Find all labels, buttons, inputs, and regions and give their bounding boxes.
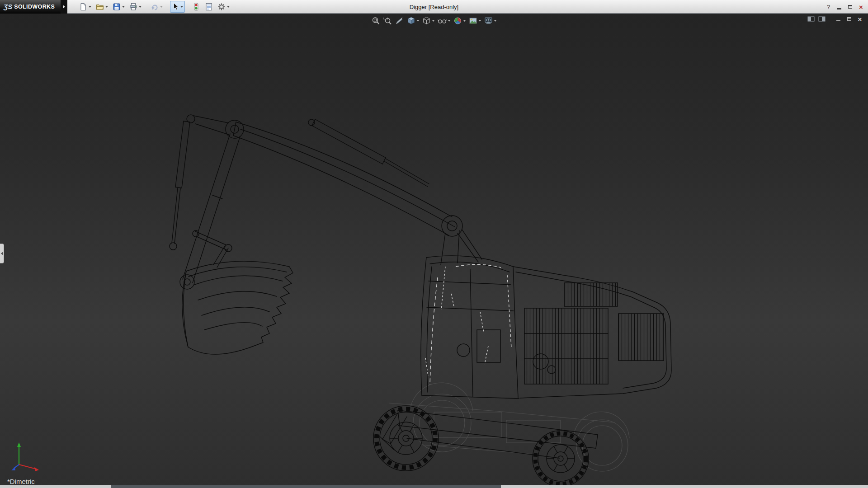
zoom-to-area-icon <box>383 16 392 25</box>
document-restore-button[interactable] <box>844 15 854 23</box>
options-gear-icon <box>217 3 226 11</box>
scene-landscape-icon <box>469 16 478 25</box>
apply-scene-button[interactable] <box>468 15 482 27</box>
solidworks-window: ƷS SOLIDWORKS <box>0 0 868 488</box>
hide-show-items-button[interactable] <box>437 15 452 27</box>
undo-button[interactable] <box>149 1 165 13</box>
view-orientation-button[interactable] <box>406 15 420 27</box>
save-floppy-icon <box>113 3 121 11</box>
zoom-to-fit-button[interactable] <box>371 15 382 27</box>
document-close-button[interactable]: × <box>855 15 864 23</box>
appearance-sphere-icon <box>453 16 462 25</box>
document-window-controls: × <box>807 15 864 23</box>
dropdown-caret <box>494 20 497 22</box>
select-cursor-icon <box>172 3 179 11</box>
dropdown-caret <box>139 6 142 8</box>
orientation-triad[interactable] <box>10 440 48 475</box>
dropdown-caret <box>89 6 91 8</box>
triad-y-axis <box>17 442 21 447</box>
close-button[interactable]: × <box>856 3 866 11</box>
standard-toolbar <box>77 1 231 13</box>
new-document-button[interactable] <box>77 1 93 13</box>
digger-bucket <box>182 261 293 354</box>
display-style-wireframe-icon <box>422 16 431 25</box>
dropdown-caret <box>448 20 451 22</box>
display-style-button[interactable] <box>421 15 436 27</box>
window-title: Digger [Read-only] <box>410 3 458 10</box>
view-settings-button[interactable] <box>483 15 498 27</box>
dropdown-caret <box>432 20 435 22</box>
digger-body <box>513 267 671 398</box>
horizontal-scrollbar[interactable] <box>0 485 868 488</box>
restore-button[interactable] <box>845 3 855 11</box>
digger-wheels <box>373 406 589 487</box>
minimize-button[interactable] <box>835 3 844 11</box>
restore-icon <box>847 17 851 21</box>
close-icon: × <box>859 3 863 11</box>
save-button[interactable] <box>111 1 127 13</box>
close-icon: × <box>858 15 862 23</box>
view-settings-icon <box>484 16 493 25</box>
headsup-view-toolbar <box>371 15 498 27</box>
dassault-3ds-logo-icon: ƷS <box>4 3 12 10</box>
view-orientation-label: *Dimetric <box>7 478 35 485</box>
menu-expand-button[interactable] <box>61 0 67 14</box>
printer-icon <box>129 3 137 11</box>
dropdown-caret <box>227 6 230 8</box>
digger-wireframe-model[interactable] <box>0 14 868 488</box>
dropdown-caret <box>463 20 466 22</box>
pane-left-toggle-button[interactable] <box>807 15 816 23</box>
left-arrow-icon <box>1 252 3 255</box>
eyeglasses-icon <box>438 16 447 25</box>
pane-left-icon <box>807 15 815 23</box>
help-button[interactable]: ? <box>824 3 833 11</box>
options-button[interactable] <box>216 1 231 13</box>
featuremanager-collapsed-tab[interactable] <box>0 244 4 263</box>
triad-x-axis <box>34 467 39 471</box>
rebuild-trafficlight-icon <box>192 3 200 11</box>
section-view-button[interactable] <box>394 15 405 27</box>
pane-right-toggle-button[interactable] <box>817 15 826 23</box>
restore-icon <box>848 5 852 9</box>
file-properties-icon <box>205 3 213 11</box>
digger-cab <box>421 256 519 399</box>
graphics-viewport[interactable]: × *Dimetric <box>0 14 868 488</box>
print-button[interactable] <box>127 1 143 13</box>
open-button[interactable] <box>94 1 110 13</box>
brand-name: SOLIDWORKS <box>14 4 55 10</box>
dropdown-caret <box>105 6 108 8</box>
view-orientation-cube-icon <box>407 16 416 25</box>
open-folder-icon <box>96 3 104 11</box>
dropdown-caret <box>160 6 163 8</box>
horizontal-scrollbar-thumb[interactable] <box>111 485 501 488</box>
undo-arrow-icon <box>151 3 159 11</box>
rebuild-button[interactable] <box>190 1 202 13</box>
pane-right-icon <box>818 15 826 23</box>
right-arrow-icon <box>63 5 65 9</box>
dropdown-caret <box>180 6 183 8</box>
document-minimize-button[interactable] <box>834 15 843 23</box>
file-properties-button[interactable] <box>203 1 215 13</box>
new-document-icon <box>79 3 87 11</box>
dropdown-caret <box>479 20 481 22</box>
app-window-controls: ? × <box>824 0 866 14</box>
select-button[interactable] <box>170 1 185 13</box>
help-icon: ? <box>827 4 830 10</box>
edit-appearance-button[interactable] <box>453 15 467 27</box>
dropdown-caret <box>417 20 420 22</box>
zoom-to-area-button[interactable] <box>382 15 393 27</box>
minimize-icon <box>836 20 840 22</box>
zoom-to-fit-icon <box>372 16 381 25</box>
title-bar: ƷS SOLIDWORKS <box>0 0 868 14</box>
section-view-icon <box>395 16 404 25</box>
solidworks-menu-brand[interactable]: ƷS SOLIDWORKS <box>0 0 61 14</box>
dropdown-caret <box>122 6 125 8</box>
triad-z-axis <box>11 467 15 470</box>
minimize-icon <box>837 8 841 9</box>
